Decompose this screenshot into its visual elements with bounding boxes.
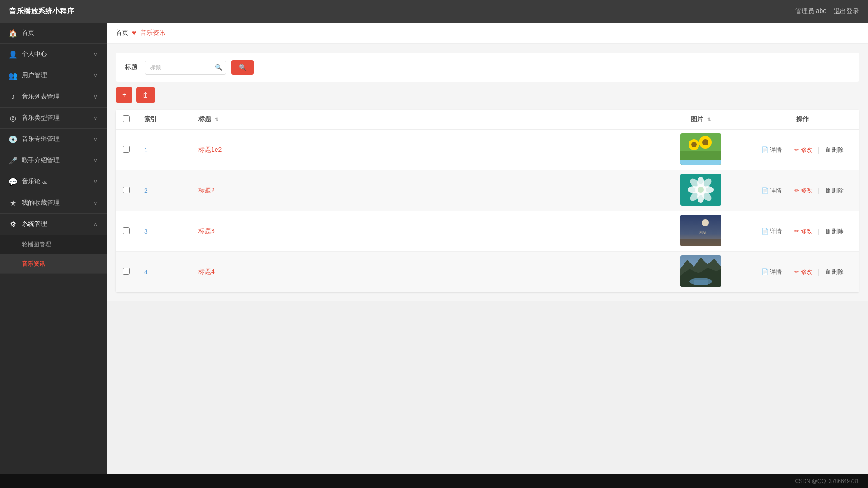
trash-icon: 🗑 — [142, 91, 149, 99]
th-title: 标题 ⇅ — [191, 110, 656, 129]
action-links: 📄 详情 | ✏ 修改 | — [753, 267, 852, 277]
chevron-down-icon: ∨ — [94, 94, 98, 100]
row-image-cell: MAt — [656, 211, 746, 252]
row-index: 1 — [144, 146, 148, 154]
detail-icon: 📄 — [761, 146, 769, 153]
logout-button[interactable]: 退出登录 — [834, 7, 859, 15]
row-index-cell: 1 — [137, 129, 191, 170]
music-list-icon: ♪ — [9, 93, 17, 101]
modify-button[interactable]: ✏ 修改 — [793, 226, 814, 236]
row-actions-cell: 📄 详情 | ✏ 修改 | — [746, 129, 859, 170]
th-index: 索引 — [137, 110, 191, 129]
sidebar-item-singer[interactable]: 🎤 歌手介绍管理 ∨ — [0, 150, 107, 171]
search-icon: 🔍 — [215, 64, 222, 71]
search-area: 标题 🔍 🔍 — [116, 53, 859, 82]
delete-button[interactable]: 🗑 删除 — [823, 267, 845, 277]
sidebar-item-forum[interactable]: 💬 音乐论坛 ∨ — [0, 171, 107, 192]
delete-button[interactable]: 🗑 删除 — [823, 186, 845, 196]
breadcrumb-home[interactable]: 首页 — [116, 29, 128, 37]
sidebar-item-music-list[interactable]: ♪ 音乐列表管理 ∨ — [0, 86, 107, 108]
chevron-down-icon: ∨ — [94, 200, 98, 206]
sidebar-item-home[interactable]: 🏠 首页 — [0, 23, 107, 44]
row-image-cell — [656, 252, 746, 292]
row-title-link[interactable]: 标题4 — [198, 268, 215, 275]
row-title-link[interactable]: 标题2 — [198, 187, 215, 194]
svg-point-5 — [702, 139, 708, 145]
modify-button[interactable]: ✏ 修改 — [793, 186, 814, 196]
row-actions-cell: 📄 详情 | ✏ 修改 | — [746, 252, 859, 292]
select-all-checkbox[interactable] — [123, 115, 130, 122]
sidebar-item-favorites[interactable]: ★ 我的收藏管理 ∨ — [0, 192, 107, 214]
delete-icon: 🗑 — [825, 187, 830, 194]
sidebar-item-label: 音乐列表管理 — [22, 93, 60, 101]
search-input[interactable] — [145, 61, 226, 75]
add-button[interactable]: + — [116, 87, 132, 103]
detail-icon: 📄 — [761, 187, 769, 194]
detail-icon: 📄 — [761, 268, 769, 275]
search-label: 标题 — [125, 63, 137, 71]
sidebar-item-music-type[interactable]: ◎ 音乐类型管理 ∨ — [0, 108, 107, 129]
singer-icon: 🎤 — [9, 156, 17, 164]
delete-icon: 🗑 — [825, 268, 830, 275]
search-button[interactable]: 🔍 — [231, 60, 254, 75]
sidebar-item-music-album[interactable]: 💿 音乐专辑管理 ∨ — [0, 129, 107, 150]
modify-button[interactable]: ✏ 修改 — [793, 145, 814, 155]
delete-button[interactable]: 🗑 删除 — [823, 145, 845, 155]
music-album-icon: 💿 — [9, 135, 17, 143]
sidebar-item-label: 用户管理 — [22, 71, 47, 80]
row-checkbox[interactable] — [123, 268, 130, 275]
chevron-up-icon: ∧ — [94, 221, 98, 227]
row-checkbox[interactable] — [123, 227, 130, 234]
search-icon: 🔍 — [239, 64, 246, 71]
sidebar-item-profile[interactable]: 👤 个人中心 ∨ — [0, 44, 107, 65]
svg-point-17 — [698, 187, 704, 193]
sidebar-item-label: 音乐专辑管理 — [22, 135, 60, 143]
row-title-cell: 标题3 — [191, 211, 656, 252]
svg-point-20 — [702, 219, 709, 226]
svg-rect-26 — [694, 280, 708, 285]
row-image-cell — [656, 129, 746, 170]
main-content: 首页 ♥ 音乐资讯 标题 🔍 🔍 + 🗑 — [107, 23, 868, 488]
modify-button[interactable]: ✏ 修改 — [793, 267, 814, 277]
sidebar-item-carousel[interactable]: 轮播图管理 — [0, 235, 107, 254]
sidebar-item-music-news[interactable]: 音乐资讯 — [0, 254, 107, 274]
sort-icon[interactable]: ⇅ — [215, 117, 218, 122]
row-checkbox[interactable] — [123, 146, 130, 153]
edit-icon: ✏ — [794, 228, 799, 235]
main-layout: 🏠 首页 👤 个人中心 ∨ 👥 用户管理 ∨ ♪ 音乐列表管理 ∨ — [0, 23, 868, 488]
sys-mgmt-submenu: 轮播图管理 音乐资讯 — [0, 235, 107, 274]
sidebar-item-label: 首页 — [22, 29, 34, 37]
row-title-link[interactable]: 标题3 — [198, 227, 215, 235]
profile-icon: 👤 — [9, 50, 17, 58]
app-header: 音乐播放系统小程序 管理员 abo 退出登录 — [0, 0, 868, 23]
edit-icon: ✏ — [794, 187, 799, 194]
table-row: 4 标题4 — [116, 252, 859, 292]
sort-icon[interactable]: ⇅ — [707, 117, 711, 122]
table-row: 3 标题3 — [116, 211, 859, 252]
users-icon: 👥 — [9, 71, 17, 80]
forum-icon: 💬 — [9, 178, 17, 186]
row-checkbox[interactable] — [123, 187, 130, 193]
delete-button[interactable]: 🗑 删除 — [823, 226, 845, 236]
row-actions-cell: 📄 详情 | ✏ 修改 | — [746, 170, 859, 211]
delete-icon: 🗑 — [825, 146, 830, 153]
edit-icon: ✏ — [794, 146, 799, 153]
breadcrumb: 首页 ♥ 音乐资讯 — [107, 23, 868, 44]
detail-button[interactable]: 📄 详情 — [760, 145, 783, 155]
sidebar-item-sys-mgmt[interactable]: ⚙ 系统管理 ∧ — [0, 214, 107, 235]
batch-delete-button[interactable]: 🗑 — [136, 87, 155, 103]
music-type-icon: ◎ — [9, 114, 17, 122]
footer-text: CSDN @QQ_3786649731 — [795, 478, 859, 484]
row-index: 2 — [144, 187, 148, 194]
row-checkbox-cell — [116, 252, 137, 292]
detail-button[interactable]: 📄 详情 — [760, 226, 783, 236]
row-actions-cell: 📄 详情 | ✏ 修改 | — [746, 211, 859, 252]
detail-button[interactable]: 📄 详情 — [760, 267, 783, 277]
chevron-down-icon: ∨ — [94, 51, 98, 57]
svg-text:MAt: MAt — [699, 230, 707, 235]
detail-button[interactable]: 📄 详情 — [760, 186, 783, 196]
action-links: 📄 详情 | ✏ 修改 | — [753, 186, 852, 196]
row-title-link[interactable]: 标题1e2 — [198, 146, 222, 153]
svg-point-3 — [691, 142, 697, 147]
sidebar-item-user-mgmt[interactable]: 👥 用户管理 ∨ — [0, 65, 107, 86]
